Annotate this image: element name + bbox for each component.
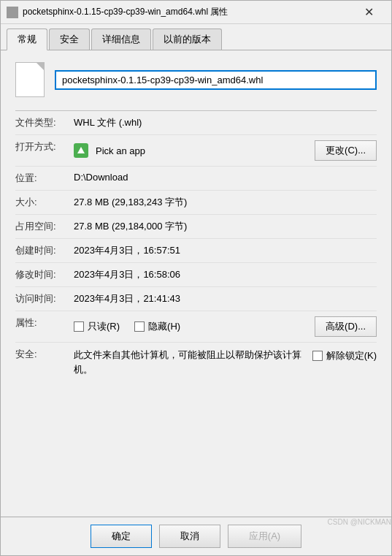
location-value: D:\Download [74,167,377,191]
size-value: 27.8 MB (29,183,243 字节) [74,191,377,215]
created-value: 2023年4月3日，16:57:51 [74,239,377,263]
file-name-box[interactable]: pocketsphinx-0.1.15-cp39-cp39-win_amd64.… [55,70,377,90]
pick-app-icon [74,143,88,158]
tab-previous-versions[interactable]: 以前的版本 [153,28,222,50]
created-row: 创建时间: 2023年4月3日，16:57:51 [15,239,377,263]
security-text: 此文件来自其他计算机，可能被阻止以帮助保护该计算机。 [74,348,305,376]
file-type-label: 文件类型: [15,111,74,135]
change-button[interactable]: 更改(C)... [315,140,377,161]
tab-general[interactable]: 常规 [7,28,47,50]
attributes-row: 属性: 只读(R) 隐藏(H) 高级(D)... [15,311,377,343]
modified-value: 2023年4月3日，16:58:06 [74,263,377,287]
disk-size-value: 27.8 MB (29,184,000 字节) [74,215,377,239]
unlock-label: 解除锁定(K) [326,349,377,362]
tab-bar: 常规 安全 详细信息 以前的版本 [1,24,391,50]
attributes-content: 只读(R) 隐藏(H) 高级(D)... [74,316,377,337]
window-icon [7,7,18,18]
open-with-row: 打开方式: Pick an app 更改(C)... [15,135,377,167]
hidden-checkbox-item[interactable]: 隐藏(H) [134,320,180,333]
file-type-row: 文件类型: WHL 文件 (.whl) [15,111,377,135]
accessed-value: 2023年4月3日，21:41:43 [74,287,377,311]
unlock-checkbox[interactable] [312,351,323,361]
open-with-content: Pick an app 更改(C)... [74,140,377,161]
title-bar-text: pocketsphinx-0.1.15-cp39-cp39-win_amd64.… [23,6,352,18]
bottom-bar: 确定 取消 应用(A) [1,517,391,555]
content-area: pocketsphinx-0.1.15-cp39-cp39-win_amd64.… [1,50,391,517]
created-label: 创建时间: [15,239,74,263]
hidden-checkbox[interactable] [134,321,145,332]
readonly-checkbox-item[interactable]: 只读(R) [74,320,120,333]
accessed-row: 访问时间: 2023年4月3日，21:41:43 [15,287,377,311]
modified-label: 修改时间: [15,263,74,287]
info-table: 文件类型: WHL 文件 (.whl) 打开方式: Pick an app 更改… [15,110,377,381]
cancel-button[interactable]: 取消 [159,525,220,548]
security-label: 安全: [15,343,74,382]
location-label: 位置: [15,167,74,191]
tab-details[interactable]: 详细信息 [91,28,151,50]
security-row: 安全: 此文件来自其他计算机，可能被阻止以帮助保护该计算机。 解除锁定(K) [15,343,377,382]
accessed-label: 访问时间: [15,287,74,311]
hidden-label: 隐藏(H) [148,320,180,333]
modified-row: 修改时间: 2023年4月3日，16:58:06 [15,263,377,287]
title-bar: pocketsphinx-0.1.15-cp39-cp39-win_amd64.… [1,1,391,24]
file-type-value: WHL 文件 (.whl) [74,111,377,135]
svg-marker-0 [77,147,85,153]
close-button[interactable]: ✕ [352,1,385,24]
security-content: 此文件来自其他计算机，可能被阻止以帮助保护该计算机。 解除锁定(K) [74,348,377,376]
file-icon [15,62,45,97]
file-header: pocketsphinx-0.1.15-cp39-cp39-win_amd64.… [15,62,377,97]
open-with-label: 打开方式: [15,135,74,167]
unlock-checkbox-item[interactable]: 解除锁定(K) [312,349,377,362]
advanced-button[interactable]: 高级(D)... [315,316,377,337]
apply-button[interactable]: 应用(A) [228,525,301,548]
tab-security[interactable]: 安全 [49,28,90,50]
size-row: 大小: 27.8 MB (29,183,243 字节) [15,191,377,215]
pick-app-text: Pick an app [96,145,145,156]
size-label: 大小: [15,191,74,215]
readonly-checkbox[interactable] [74,321,84,332]
ok-button[interactable]: 确定 [91,525,152,548]
properties-window: pocketsphinx-0.1.15-cp39-cp39-win_amd64.… [0,0,392,556]
disk-size-row: 占用空间: 27.8 MB (29,184,000 字节) [15,215,377,239]
location-row: 位置: D:\Download [15,167,377,191]
readonly-label: 只读(R) [88,320,120,333]
disk-size-label: 占用空间: [15,215,74,239]
attributes-label: 属性: [15,311,74,343]
